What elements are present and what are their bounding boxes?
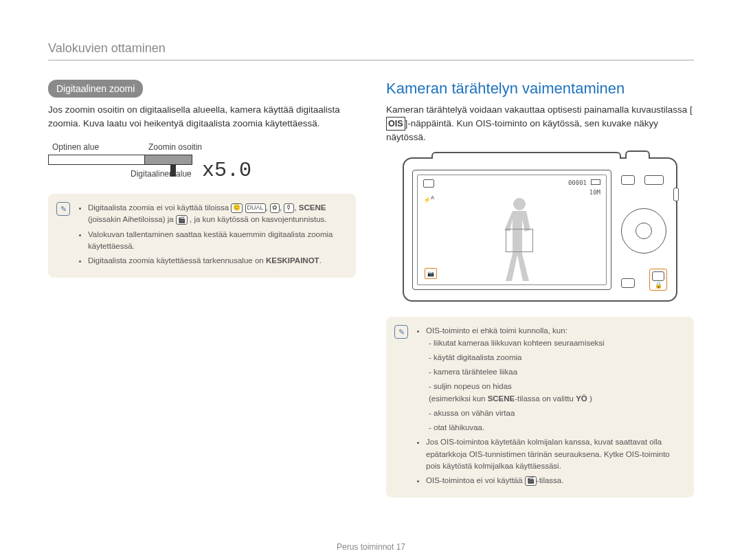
ois-intro-pre: Kameran tärähtelyä voidaan vakauttaa opt…: [386, 104, 693, 115]
zoom-note-1: Digitaalista zoomia ei voi käyttää tiloi…: [88, 202, 346, 226]
note-icon: ✎: [394, 325, 408, 339]
camera-body: ⚡A 📷 00001 10M: [403, 157, 677, 302]
ois-sub-5: akussa on vähän virtaa: [429, 407, 684, 419]
ois-ex-pre: (esimerkiksi kun: [429, 394, 488, 403]
mode-dual-icon: DUAL: [245, 203, 266, 213]
optical-range-label: Optinen alue: [52, 142, 148, 152]
ois-note-lead-text: OIS-toiminto ei ehkä toimi kunnolla, kun…: [426, 326, 567, 335]
screen-frame-count: 00001: [568, 179, 587, 186]
page-footer: Perus toiminnot 17: [0, 542, 742, 552]
note3-bold: KESKIPAINOT: [266, 256, 319, 265]
note3-pre: Digitaalista zoomia käytettäessä tarkenn…: [88, 256, 266, 265]
ois-key-label: OIS: [386, 117, 405, 131]
ois-intro: Kameran tärähtelyä voidaan vakauttaa opt…: [386, 103, 694, 144]
note1-pre: Digitaalista zoomia ei voi käyttää tiloi…: [88, 203, 231, 212]
zoom-value: x5.0: [202, 159, 251, 182]
ois-sub-4: suljin nopeus on hidas (esimerkiksi kun …: [429, 381, 684, 405]
mode-movie-icon: 🎬: [176, 215, 188, 225]
zoom-diagram: Optinen alue Zoomin osoitin x5.0 Digitaa…: [48, 142, 275, 179]
ois-note-box: ✎ OIS-toiminto ei ehkä toimi kunnolla, k…: [386, 317, 694, 497]
ois-ex-mid: -tilassa on valittu: [515, 394, 576, 403]
mode-movie-icon: 🎬: [525, 476, 537, 486]
digital-zoom-pill: Digitaalinen zoomi: [48, 80, 143, 98]
page-header: Valokuvien ottaminen: [48, 41, 694, 60]
ois-note-3-post: -tilassa.: [537, 476, 564, 484]
ois-sub-2: käytät digitaalista zoomia: [429, 352, 684, 363]
ois-heading: Kameran tärähtelyn vaimentaminen: [386, 80, 694, 98]
lock-icon: 🔒: [655, 282, 662, 289]
mode-smile-icon: 🙂: [231, 203, 243, 213]
screen-focus-box: [506, 229, 533, 252]
ois-note-3-pre: OIS-toimintoa ei voi käyttää: [426, 476, 525, 484]
zoom-bar-digital: [145, 155, 192, 164]
footer-section: Perus toiminnot: [337, 542, 394, 552]
camera-shutter-button: [625, 150, 650, 159]
digital-zoom-intro: Jos zoomin osoitin on digitaalisella alu…: [48, 103, 356, 130]
scene-label: SCENE: [299, 203, 326, 212]
camera-button-top-left: [621, 175, 635, 185]
mode-voice-icon: 🎙: [284, 203, 294, 213]
zoom-note-box: ✎ Digitaalista zoomia ei voi käyttää til…: [48, 194, 356, 278]
ois-button-highlight: 🔒: [649, 269, 667, 291]
ois-intro-post: ]-näppäintä. Kun OIS-toiminto on käytöss…: [386, 118, 658, 142]
camera-strap-lug: [673, 188, 679, 201]
ois-note-lead: OIS-toiminto ei ehkä toimi kunnolla, kun…: [426, 325, 684, 434]
ois-sub-6: otat lähikuvaa.: [429, 422, 684, 434]
camera-dpad: [621, 208, 666, 254]
camera-screen-inner: ⚡A 📷 00001 10M: [417, 175, 607, 285]
ois-ex-bold: YÖ: [576, 394, 587, 403]
mode-beauty-icon: ✿: [270, 203, 280, 213]
ois-note-3: OIS-toimintoa ei voi käyttää 🎬-tilassa.: [426, 475, 684, 486]
note3-post: .: [319, 256, 322, 265]
camera-top-ridge: [431, 152, 621, 159]
screen-ois-icon: 📷: [425, 268, 437, 279]
camera-screen: ⚡A 📷 00001 10M: [412, 170, 611, 290]
note1-post1: (joissakin Aihetiloissa) ja: [88, 215, 176, 223]
camera-ois-button: [652, 271, 664, 281]
ois-sub-1: liikutat kameraa liikkuvan kohteen seura…: [429, 337, 684, 349]
screen-battery-icon: [591, 179, 600, 185]
zoom-note-3: Digitaalista zoomia käytettäessä tarkenn…: [88, 255, 346, 267]
zoom-bar: [48, 155, 192, 165]
page-header-title: Valokuvien ottaminen: [48, 41, 694, 56]
ois-sub-4-text: suljin nopeus on hidas: [434, 382, 512, 390]
content-columns: Digitaalinen zoomi Jos zoomin osoitin on…: [48, 80, 694, 497]
svg-point-0: [513, 198, 526, 210]
ois-ex-scene: SCENE: [488, 394, 515, 403]
zoom-note-2: Valokuvan tallentaminen saattaa kestää k…: [88, 229, 346, 253]
footer-page: 17: [396, 542, 405, 552]
zoom-pointer-label: Zoomin osoitin: [148, 142, 202, 152]
note1-post2: , ja kun käytössä on kasvojentunnistus.: [190, 215, 326, 223]
camera-diagram: ⚡A 📷 00001 10M: [386, 157, 694, 302]
zoom-pointer-icon: [170, 164, 176, 177]
zoom-bar-optical: [49, 155, 145, 164]
camera-button-bottom-left: [621, 278, 635, 288]
ois-note-2: Jos OIS-toimintoa käytetään kolmijalan k…: [426, 436, 684, 472]
left-column: Digitaalinen zoomi Jos zoomin osoitin on…: [48, 80, 356, 497]
ois-sub-3: kamera tärähtelee liikaa: [429, 366, 684, 378]
ois-ex-post: ): [587, 394, 592, 403]
screen-camera-icon: [423, 179, 434, 188]
screen-resolution: 10M: [589, 189, 600, 196]
screen-flash-icon: ⚡A: [423, 194, 434, 203]
right-column: Kameran tärähtelyn vaimentaminen Kameran…: [386, 80, 694, 497]
note-icon: ✎: [56, 202, 70, 216]
camera-button-top-right: [644, 175, 664, 185]
